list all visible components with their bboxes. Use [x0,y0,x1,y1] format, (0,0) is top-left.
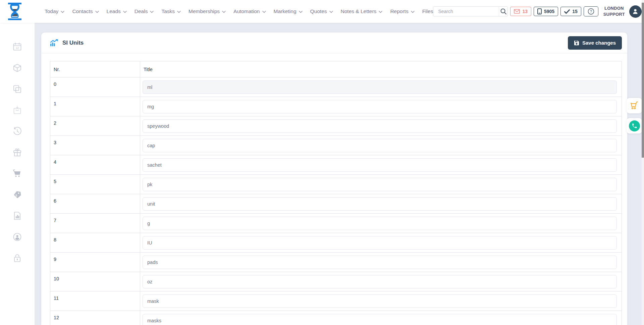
price-tag-icon[interactable]: $ [13,190,22,199]
units-table-wrap: Nr. Title 0 1 2 [41,53,627,325]
title-input[interactable] [143,256,617,269]
search-input[interactable] [433,7,499,16]
phone-notifications-badge[interactable]: 5905 [534,7,558,16]
calendar-icon[interactable]: 12 [13,42,22,51]
title-cell [140,194,622,214]
nav-item-contacts[interactable]: Contacts [72,8,99,14]
save-changes-button[interactable]: Save changes [568,36,622,50]
main-navigation: Today Contacts Leads Deals Tasks Members… [45,8,433,14]
nav-item-deals[interactable]: Deals [135,8,154,14]
title-cell [140,77,622,97]
check-icon [564,9,570,14]
chevron-down-icon [123,11,127,13]
mobile-phone-icon [537,8,542,14]
table-row: 12 [50,311,622,325]
lock-icon[interactable] [13,254,22,263]
nav-label: Contacts [72,8,93,14]
scrollbar-track[interactable] [642,0,644,325]
nav-label: Automation [233,8,260,14]
save-icon [574,40,579,46]
title-input[interactable] [143,158,617,172]
row-number: 10 [50,272,140,291]
question-icon: ? [588,8,594,15]
title-input[interactable] [143,275,617,288]
nav-label: Marketing [274,8,297,14]
nav-item-automation[interactable]: Automation [233,8,266,14]
package-icon[interactable] [13,63,22,72]
title-cell [140,311,622,325]
title-input[interactable] [143,178,617,191]
phone-icon [632,123,637,129]
user-name[interactable]: LONDON SUPPORT [603,5,625,17]
phone-circle [629,120,640,131]
svg-text:12: 12 [16,46,19,50]
nav-item-quotes[interactable]: Quotes [310,8,333,14]
row-number: 0 [50,77,140,97]
row-number: 11 [50,291,140,311]
row-number: 3 [50,136,140,155]
avatar[interactable] [629,5,642,18]
title-input[interactable] [143,119,617,133]
title-input[interactable] [143,236,617,250]
title-input[interactable] [143,294,617,308]
nav-item-reports[interactable]: Reports [390,8,414,14]
chevron-down-icon [379,11,382,13]
help-button[interactable]: ? [584,6,598,16]
nav-label: Files [422,8,433,14]
title-input[interactable] [143,217,617,230]
title-input[interactable] [143,100,617,113]
mail-notifications-badge[interactable]: 13 [510,7,531,16]
hourglass-logo-icon[interactable] [7,2,22,20]
table-row: 6 [50,194,622,214]
table-row: 1 [50,97,622,116]
save-button-label: Save changes [582,40,616,46]
row-number: 6 [50,194,140,214]
account-icon[interactable] [13,232,22,241]
quick-cart-button[interactable] [627,98,642,113]
cart-orange-icon [630,101,639,110]
mail-icon [514,9,520,14]
nav-item-marketing[interactable]: Marketing [274,8,303,14]
table-row: 2 [50,116,622,136]
nav-item-files[interactable]: Files [422,8,433,14]
table-row: 10 [50,272,622,291]
nav-item-tasks[interactable]: Tasks [161,8,181,14]
title-input[interactable] [143,314,617,325]
nav-label: Today [45,8,58,14]
search-box [433,6,508,16]
cart-icon[interactable] [13,169,22,178]
title-input[interactable] [143,139,617,152]
chevron-down-icon [411,11,415,13]
table-row: 11 [50,291,622,311]
table-row: 0 [50,77,622,97]
nav-label: Leads [107,8,121,14]
row-number: 8 [50,233,140,253]
row-number: 4 [50,155,140,175]
nav-item-today[interactable]: Today [45,8,64,14]
report-file-icon[interactable] [13,211,22,220]
scrollbar-thumb[interactable] [642,3,644,158]
quick-call-button[interactable] [627,118,642,133]
nav-item-notes-letters[interactable]: Notes & Letters [341,8,383,14]
chevron-down-icon [299,11,303,13]
title-input[interactable] [143,197,617,211]
history-icon[interactable] [13,127,22,136]
tasks-done-badge[interactable]: 15 [560,7,581,16]
user-name-line2: SUPPORT [603,11,625,17]
gift-icon[interactable] [13,148,22,157]
copy-icon[interactable] [13,85,22,94]
topbar: Today Contacts Leads Deals Tasks Members… [0,0,644,23]
topbar-right: 13 5905 15 ? LONDON SUPPORT [433,5,642,18]
phone-count: 5905 [544,9,554,14]
nav-item-memberships[interactable]: Memberships [189,8,226,14]
chevron-down-icon [61,11,64,13]
mail-count: 13 [522,9,528,14]
title-input[interactable] [143,80,617,94]
table-row: 7 [50,214,622,233]
nav-item-leads[interactable]: Leads [107,8,127,14]
title-cell [140,116,622,136]
row-number: 2 [50,116,140,136]
chevron-down-icon [262,11,266,13]
search-button[interactable] [499,7,507,16]
shopping-bag-icon[interactable] [13,106,22,115]
